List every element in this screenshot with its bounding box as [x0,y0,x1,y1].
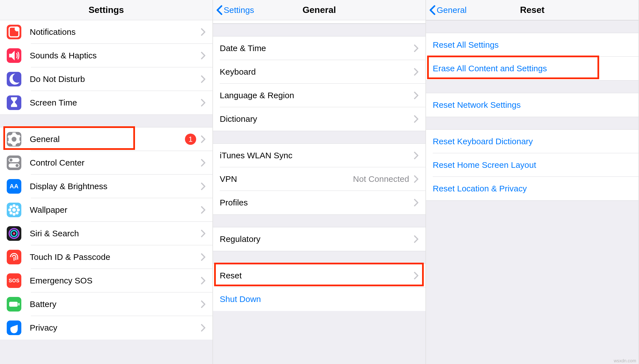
settings-list-b: General 1 Control Center AA Display & Br… [0,127,212,340]
row-profiles[interactable]: Profiles [213,191,425,214]
svg-point-5 [15,164,19,167]
chevron-right-icon [201,99,206,107]
row-reset[interactable]: Reset [213,264,425,287]
row-reset-keyboard[interactable]: Reset Keyboard Dictionary [426,130,638,153]
chevron-right-icon [414,272,419,280]
row-label: Reset [220,271,414,280]
row-display[interactable]: AA Display & Brightness [0,175,212,198]
row-datetime[interactable]: Date & Time [213,36,425,60]
row-label: VPN [220,174,353,184]
general-list-b: iTunes WLAN Sync VPN Not Connected Profi… [213,144,425,214]
row-label: Battery [30,299,201,309]
text-size-icon: AA [7,179,21,194]
row-reset-all[interactable]: Reset All Settings [426,33,638,57]
general-list-d: Reset Shut Down [213,264,425,311]
back-label: Settings [224,5,254,15]
chevron-right-icon [201,182,206,190]
chevron-right-icon [201,324,206,332]
bottom-fill [426,200,638,364]
row-shutdown[interactable]: Shut Down [213,287,425,311]
section-gap [213,214,425,227]
toggle-icon [7,155,21,170]
row-itunes-sync[interactable]: iTunes WLAN Sync [213,144,425,167]
battery-icon [7,297,21,312]
flower-icon [7,203,21,217]
siri-icon [7,226,21,241]
chevron-right-icon [201,253,206,261]
row-wallpaper[interactable]: Wallpaper [0,198,212,222]
row-privacy[interactable]: Privacy [0,316,212,340]
row-label: Profiles [220,198,414,207]
row-label: Do Not Disturb [30,74,201,84]
reset-panel: General Reset Reset All Settings Erase A… [426,0,639,364]
row-sounds[interactable]: Sounds & Haptics [0,44,212,67]
reset-list-c: Reset Keyboard Dictionary Reset Home Scr… [426,130,638,200]
row-label: Regulatory [220,234,414,244]
row-label: Screen Time [30,98,201,107]
back-button[interactable]: General [426,5,467,15]
chevron-right-icon [201,206,206,214]
chevron-right-icon [414,44,419,52]
reset-header: General Reset [426,0,638,20]
row-touchid[interactable]: Touch ID & Passcode [0,245,212,269]
row-reset-network[interactable]: Reset Network Settings [426,93,638,117]
row-notifications[interactable]: Notifications [0,20,212,44]
reset-list-a: Reset All Settings Erase All Content and… [426,33,638,80]
row-label: Display & Brightness [30,182,201,191]
section-gap [213,24,425,36]
row-regulatory[interactable]: Regulatory [213,227,425,251]
svg-point-14 [15,211,19,214]
row-label: Emergency SOS [30,276,201,285]
hourglass-icon [7,95,21,110]
row-sos[interactable]: SOS Emergency SOS [0,269,212,292]
svg-point-4 [10,159,13,162]
row-reset-home[interactable]: Reset Home Screen Layout [426,153,638,177]
back-button[interactable]: Settings [213,5,254,15]
row-keyboard[interactable]: Keyboard [213,60,425,84]
svg-rect-18 [9,302,18,306]
row-label: Reset Network Settings [433,100,632,110]
row-label: Control Center [30,158,201,168]
settings-list-a: Notifications Sounds & Haptics Do Not Di… [0,20,212,115]
row-erase-all[interactable]: Erase All Content and Settings [426,57,638,80]
row-dnd[interactable]: Do Not Disturb [0,67,212,91]
section-gap [426,20,638,33]
row-label: Notifications [30,27,201,37]
chevron-right-icon [201,159,206,167]
chevron-right-icon [201,277,206,285]
back-label: General [437,5,467,15]
settings-header: Settings [0,0,212,20]
chevron-right-icon [414,199,419,207]
row-label: Reset Keyboard Dictionary [433,137,632,146]
moon-icon [7,72,21,86]
row-screentime[interactable]: Screen Time [0,91,212,115]
chevron-left-icon [216,5,223,15]
chevron-right-icon [414,235,419,243]
svg-point-12 [15,205,19,209]
section-gap [213,251,425,264]
row-label: Touch ID & Passcode [30,252,201,262]
row-language[interactable]: Language & Region [213,84,425,107]
row-label: Keyboard [220,67,414,77]
chevron-right-icon [201,75,206,83]
svg-point-7 [13,204,16,207]
row-label: General [30,134,185,144]
row-general[interactable]: General 1 [0,127,212,151]
general-panel: Settings General Date & Time Keyboard La… [213,0,426,364]
row-label: Reset Home Screen Layout [433,160,632,170]
chevron-right-icon [201,135,206,143]
notification-badge: 1 [185,134,196,145]
row-label: Erase All Content and Settings [433,64,632,73]
row-vpn[interactable]: VPN Not Connected [213,167,425,191]
row-dictionary[interactable]: Dictionary [213,107,425,131]
row-reset-location[interactable]: Reset Location & Privacy [426,177,638,200]
row-siri[interactable]: Siri & Search [0,222,212,245]
svg-point-17 [13,232,15,235]
row-battery[interactable]: Battery [0,292,212,316]
fingerprint-icon [7,250,21,264]
row-value: Not Connected [353,174,409,184]
row-label: Language & Region [220,91,414,100]
notifications-icon [7,25,21,39]
row-label: Siri & Search [30,229,201,238]
row-controlcenter[interactable]: Control Center [0,151,212,175]
